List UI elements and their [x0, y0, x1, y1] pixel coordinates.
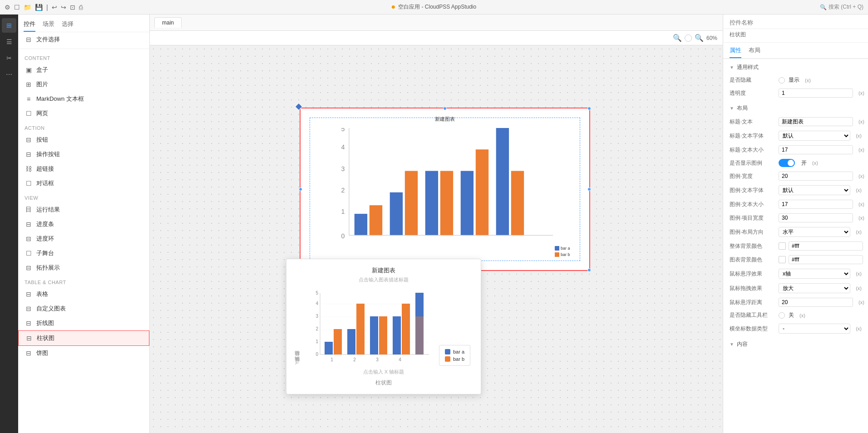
hover-drag-select[interactable]: 放大 平移 无	[779, 283, 850, 293]
search-label: 搜索 (Ctrl + Q)	[829, 3, 863, 11]
sidebar-item-table[interactable]: ⊟ 表格	[18, 287, 149, 301]
sidebar-item-line-chart[interactable]: ⊟ 折线图	[18, 316, 149, 330]
show-legend-x[interactable]: (x)	[812, 160, 818, 166]
tab-scenes[interactable]: 场景	[43, 18, 54, 32]
legend-direction-x[interactable]: (x)	[856, 229, 862, 235]
sidebar-item-file[interactable]: ⊟ 文件选择	[18, 32, 149, 47]
sidebar-btn-layers[interactable]: ☰	[2, 34, 16, 49]
search-area[interactable]: 🔍 搜索 (Ctrl + Q)	[820, 3, 863, 11]
prop-legend-font: 图例·文本字体 默认 (x)	[723, 183, 868, 197]
redo-icon[interactable]: ↪	[61, 4, 66, 11]
right-tab-attrs[interactable]: 属性	[730, 43, 741, 58]
sidebar-item-progress-bar[interactable]: ⊟ 进度条	[18, 217, 149, 231]
chart-bg-swatch[interactable]	[779, 256, 786, 263]
canvas-area[interactable]: 新建图表	[150, 45, 723, 433]
hover-distance-x[interactable]: (x)	[858, 300, 864, 305]
sidebar-btn-components[interactable]: ⊞	[2, 18, 16, 33]
svg-rect-1	[355, 214, 367, 235]
export-icon[interactable]: ⎙	[79, 4, 83, 11]
sidebar-btn-settings[interactable]: ✂	[2, 51, 16, 65]
sidebar-item-link[interactable]: ⛓ 超链接	[18, 162, 149, 176]
svg-text:0: 0	[316, 352, 318, 357]
handle-tc[interactable]	[443, 107, 447, 110]
widget-name-input[interactable]	[730, 19, 862, 26]
hide-toolbar-radio-btn[interactable]	[779, 312, 785, 319]
canvas-background: 新建图表	[150, 45, 723, 433]
zoom-out-btn[interactable]: 🔍	[673, 34, 682, 42]
prop-chart-bg: 图表背景颜色 (x)	[723, 253, 868, 266]
new-icon[interactable]: ☐	[14, 4, 20, 11]
legend-color-a	[445, 349, 450, 354]
legend-font-select[interactable]: 默认	[779, 185, 850, 195]
opacity-x[interactable]: (x)	[858, 90, 864, 96]
show-legend-value: 开	[801, 159, 807, 167]
hidden-radio[interactable]	[779, 77, 785, 84]
legend-direction-select[interactable]: 水平 垂直	[779, 227, 850, 237]
x-axis-type-select[interactable]: - 数值 类目	[779, 324, 850, 334]
hover-drag-x[interactable]: (x)	[856, 285, 862, 291]
prop-show-legend: 是否显示图例 开 (x)	[723, 157, 868, 169]
svg-text:4: 4	[316, 301, 318, 306]
canvas-tab-main[interactable]: main	[154, 17, 182, 28]
opacity-input[interactable]	[779, 89, 853, 98]
handle-br[interactable]	[587, 268, 591, 272]
hover-distance-label: 鼠标悬浮距离	[730, 299, 775, 306]
title-font-select[interactable]: 默认	[779, 131, 850, 141]
title-text-input[interactable]	[779, 117, 853, 126]
zoom-in-btn[interactable]: 🔍	[695, 34, 704, 42]
icon-sidebar: ⊞ ☰ ✂ ⋯	[0, 15, 18, 433]
legend-width-x[interactable]: (x)	[858, 173, 864, 179]
hidden-x[interactable]: (x)	[805, 78, 811, 83]
right-header	[723, 15, 868, 29]
save-icon[interactable]: 💾	[35, 4, 43, 11]
legend-font-size-x[interactable]: (x)	[858, 202, 864, 207]
chart-bg-input[interactable]	[789, 255, 863, 264]
svg-rect-34	[356, 304, 365, 354]
sidebar-item-pie-chart[interactable]: ⊟ 饼图	[18, 346, 149, 360]
hide-toolbar-x[interactable]: (x)	[799, 313, 805, 318]
sidebar-item-bar-chart[interactable]: ⊟ 柱状图	[18, 330, 149, 346]
show-legend-toggle[interactable]	[779, 159, 795, 167]
sidebar-item-image[interactable]: ⊞ 图片	[18, 77, 149, 92]
sidebar-btn-more[interactable]: ⋯	[2, 67, 16, 82]
hide-toolbar-radio: 关	[779, 311, 794, 319]
handle-tr[interactable]	[587, 107, 591, 110]
overall-bg-swatch[interactable]	[779, 242, 786, 250]
legend-width-input[interactable]	[779, 172, 853, 181]
legend-item-width-input[interactable]	[779, 213, 853, 222]
sidebar-item-result[interactable]: 目 运行结果	[18, 202, 149, 217]
title-size-input[interactable]	[779, 145, 853, 154]
prop-legend-font-size: 图例·文本大小 (x)	[723, 197, 868, 211]
sidebar-item-action-button[interactable]: ⊟ 操作按钮	[18, 147, 149, 162]
sidebar-item-topology[interactable]: ⊟ 拓扑展示	[18, 261, 149, 275]
sidebar-item-box[interactable]: ▣ 盒子	[18, 63, 149, 77]
overall-bg-input[interactable]	[789, 241, 863, 251]
handle-mr[interactable]	[587, 187, 591, 191]
sidebar-item-sub-stage[interactable]: ☐ 子舞台	[18, 246, 149, 261]
chart-widget[interactable]: 新建图表	[300, 108, 590, 271]
legend-font-size-input[interactable]	[779, 200, 853, 209]
preview-icon[interactable]: ⊡	[70, 4, 75, 11]
open-icon[interactable]: 📁	[24, 4, 31, 11]
topology-label: 拓扑展示	[36, 264, 60, 272]
x-axis-type-x[interactable]: (x)	[856, 326, 862, 331]
tab-controls[interactable]: 控件	[24, 18, 35, 32]
hover-axis-x[interactable]: (x)	[856, 271, 862, 276]
legend-item-width-x[interactable]: (x)	[858, 215, 864, 221]
sidebar-item-webpage[interactable]: ☐ 网页	[18, 106, 149, 121]
sidebar-item-custom-chart[interactable]: ⊟ 自定义图表	[18, 301, 149, 316]
title-font-x[interactable]: (x)	[856, 133, 862, 138]
sidebar-item-dialog[interactable]: ☐ 对话框	[18, 176, 149, 191]
title-size-x[interactable]: (x)	[858, 147, 864, 153]
hover-axis-select[interactable]: x轴 y轴 无	[779, 269, 850, 279]
hover-distance-input[interactable]	[779, 298, 853, 307]
sidebar-item-button[interactable]: ⊟ 按钮	[18, 133, 149, 147]
handle-ml[interactable]	[299, 187, 302, 191]
sidebar-item-progress-ring[interactable]: ⊟ 进度环	[18, 231, 149, 246]
legend-font-x[interactable]: (x)	[856, 187, 862, 193]
sidebar-item-markdown[interactable]: ≡ MarkDown 文本框	[18, 92, 149, 106]
right-tab-layout[interactable]: 布局	[749, 43, 760, 58]
title-text-x[interactable]: (x)	[858, 119, 864, 124]
undo-icon[interactable]: ↩	[52, 4, 57, 11]
tab-select[interactable]: 选择	[62, 18, 74, 32]
